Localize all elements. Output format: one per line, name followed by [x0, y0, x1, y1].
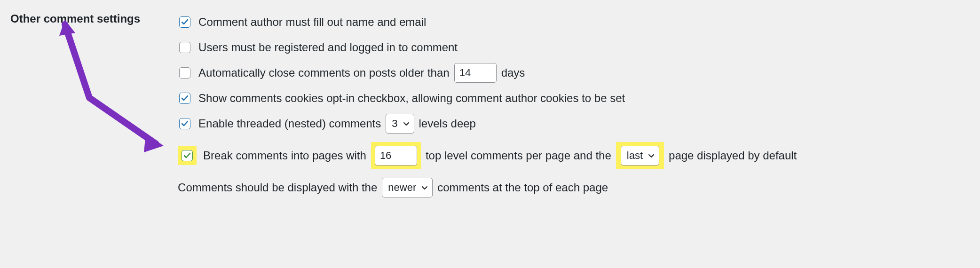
check-icon: [181, 18, 189, 26]
label-threaded-pre: Enable threaded (nested) comments: [198, 117, 381, 130]
setting-cookies-optin: Show comments cookies opt-in checkbox, a…: [178, 87, 797, 110]
label-pagination-pre: Break comments into pages with: [203, 149, 366, 162]
checkbox-require-registered[interactable]: [179, 42, 190, 53]
checkbox-require-name-email[interactable]: [179, 16, 190, 28]
select-order-value: newer: [388, 181, 416, 194]
setting-auto-close: Automatically close comments on posts ol…: [178, 61, 797, 85]
checkbox-cookies-optin[interactable]: [179, 93, 190, 104]
setting-require-name-email: Comment author must fill out name and em…: [178, 10, 797, 34]
section-title: Other comment settings: [10, 10, 178, 25]
checkbox-threaded[interactable]: [179, 118, 190, 129]
select-threaded-levels-value: 3: [392, 118, 397, 130]
label-pagination-post: page displayed by default: [669, 149, 797, 162]
checkbox-pagination[interactable]: [182, 150, 193, 161]
highlight-per-page: [371, 142, 421, 169]
label-pagination-mid: top level comments per page and the: [426, 149, 611, 162]
select-pagination-default-page[interactable]: last: [621, 146, 659, 166]
check-icon: [181, 95, 189, 102]
select-order[interactable]: newer: [382, 178, 433, 197]
label-require-registered: Users must be registered and logged in t…: [198, 41, 458, 54]
label-cookies-optin: Show comments cookies opt-in checkbox, a…: [198, 92, 625, 105]
highlight-default-page: last: [616, 142, 664, 169]
label-order-pre: Comments should be displayed with the: [178, 181, 377, 194]
checkbox-auto-close[interactable]: [179, 67, 190, 79]
chevron-down-icon: [403, 120, 410, 127]
chevron-down-icon: [421, 184, 428, 191]
check-icon: [181, 120, 189, 127]
check-icon: [183, 152, 191, 159]
setting-require-registered: Users must be registered and logged in t…: [178, 36, 797, 59]
label-threaded-post: levels deep: [419, 117, 476, 130]
settings-column: Comment author must fill out name and em…: [178, 10, 797, 199]
input-auto-close-days[interactable]: [454, 63, 497, 83]
setting-order: Comments should be displayed with the ne…: [178, 176, 797, 199]
chevron-down-icon: [648, 152, 655, 159]
label-order-post: comments at the top of each page: [437, 181, 608, 194]
label-auto-close-pre: Automatically close comments on posts ol…: [198, 66, 450, 79]
setting-threaded: Enable threaded (nested) comments 3 leve…: [178, 112, 797, 135]
select-threaded-levels[interactable]: 3: [386, 114, 414, 134]
select-pagination-default-page-value: last: [627, 150, 643, 162]
label-auto-close-post: days: [501, 66, 525, 79]
input-pagination-per-page[interactable]: [375, 146, 417, 166]
setting-pagination: Break comments into pages with top level…: [178, 137, 797, 174]
label-require-name-email: Comment author must fill out name and em…: [198, 16, 426, 29]
